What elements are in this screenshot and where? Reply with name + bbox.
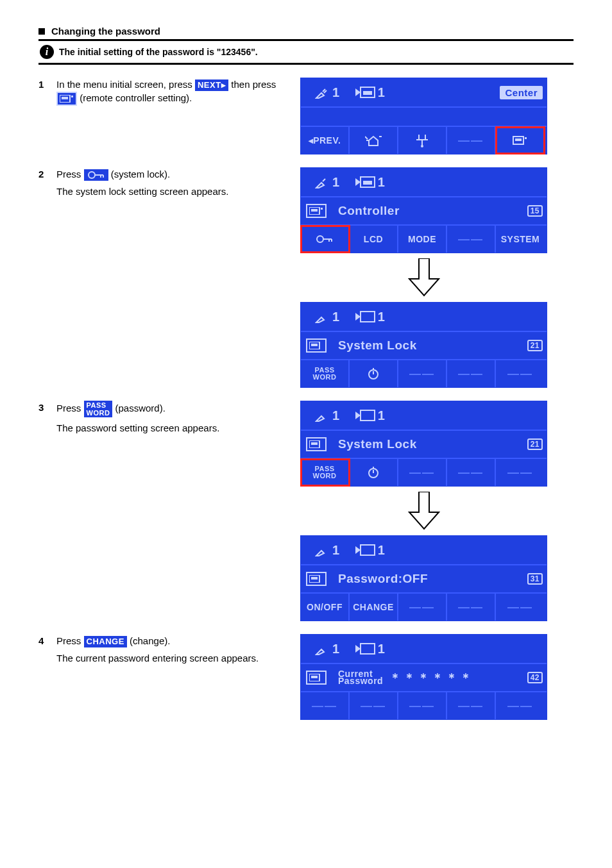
softkey-blank: —— [447,360,496,387]
svg-rect-2 [71,96,73,97]
softkey-onoff[interactable]: ON/OFF [301,594,350,621]
password-button-label[interactable]: PASSWORD [84,401,113,417]
softkey-password[interactable]: PASSWORD [301,459,350,486]
softkey-blank: —— [398,459,447,486]
camera-icon: 1 [355,408,386,423]
step-2: 2 Press (system lock). The system lock s… [38,167,574,388]
softkey-blank: —— [496,360,545,387]
next-button-label[interactable]: NEXT▸ [195,79,228,91]
label: 1 [332,85,340,100]
softkey-blank: —— [398,360,447,387]
text: (system lock). [111,169,171,179]
softkey-blank: —— [398,594,447,621]
screen-number: 21 [527,340,543,351]
softkey-system[interactable]: SYSTEM [496,226,545,253]
svg-rect-7 [515,138,522,141]
step-body: In the menu initial screen, press NEXT▸ … [56,78,294,106]
step-number: 2 [38,167,56,179]
softkey-blank: —— [398,692,447,719]
lcd-screen-password: 1 1 Password:OFF 31 ON/OFF CHANGE —— —— … [300,535,547,621]
svg-point-9 [89,172,95,178]
svg-rect-13 [311,209,318,212]
step-number: 3 [38,401,56,413]
section-heading: Changing the password [38,26,574,37]
svg-rect-18 [311,344,318,346]
step-body: Press (system lock). The system lock set… [56,167,294,198]
step-body: Press PASSWORD (password). The password … [56,401,294,435]
change-button-label[interactable]: CHANGE [84,636,127,647]
center-button[interactable]: Center [500,86,543,99]
satellite-icon: 1 [315,642,340,656]
softkey-key-icon[interactable] [301,226,350,253]
screen-title: Password:OFF [338,572,428,586]
svg-rect-4 [363,91,372,95]
satellite-icon: 1 [315,543,340,558]
svg-rect-8 [525,137,527,139]
svg-rect-27 [361,644,375,654]
camera-icon: 1 [355,543,386,558]
softkey-prev[interactable]: ◂PREV. [301,127,350,154]
screen-number: 31 [527,573,543,585]
divider-thick [38,63,574,65]
softkey-blank: —— [447,226,496,253]
satellite-icon: 1 [315,310,340,324]
screen-number: 21 [527,438,543,450]
softkey-clock-icon[interactable] [350,459,398,486]
svg-rect-24 [361,545,375,555]
lcd-screen-center: 1 1 Center ◂PREV. [300,78,547,154]
screen-title: System Lock [338,437,417,451]
softkey-blank: —— [301,692,350,719]
svg-rect-1 [62,97,68,99]
softkey-clock-icon[interactable] [350,360,398,387]
softkey-tool-icon[interactable] [398,127,447,154]
satellite-icon: 1 [315,408,340,423]
text: Press [56,403,84,413]
bullet-square-icon [38,28,45,35]
text: In the menu initial screen, press [56,79,195,90]
svg-point-15 [317,236,323,242]
softkey-mode[interactable]: MODE [398,226,447,253]
text: (remote controller setting). [80,92,192,103]
satellite-icon: 1 [315,175,340,190]
key-icon[interactable] [84,169,108,181]
softkey-blank: —— [350,692,398,719]
text: then press [231,79,276,90]
svg-rect-16 [361,312,375,322]
lcd-screen-current-password: 1 1 CurrentPassword ＊＊＊＊＊＊ 42 —— —— —— —… [300,634,547,720]
softkey-blank: —— [496,594,545,621]
step-desc: The current password entering screen app… [56,651,294,665]
step-desc: The system lock setting screen appears. [56,185,294,198]
softkey-blank: —— [496,459,545,486]
controller-icon [306,338,327,353]
controller-icon [306,437,327,451]
controller-icon[interactable] [56,92,77,106]
softkey-lcd[interactable]: LCD [350,226,398,253]
screen-title: CurrentPassword [338,671,383,685]
softkey-blank: —— [496,692,545,719]
text: (change). [130,635,170,646]
softkey-password[interactable]: PASSWORD [301,360,350,387]
softkey-home-icon[interactable] [350,127,398,154]
divider-thick [38,39,574,41]
svg-point-5 [421,145,423,147]
screen-number: 42 [527,672,543,683]
softkey-blank: —— [447,594,496,621]
text: (password). [115,403,166,413]
softkey-blank: —— [447,459,496,486]
svg-rect-20 [361,410,375,421]
arrow-down-icon [300,258,547,297]
lcd-screen-systemlock-hl: 1 1 System Lock 21 PASSWORD —— —— —— [300,401,547,487]
camera-icon: 1 [355,310,386,324]
controller-icon [306,671,327,685]
softkey-controller-icon[interactable] [496,127,545,154]
password-mask: ＊＊＊＊＊＊ [389,670,474,685]
screen-title: System Lock [338,338,417,353]
screen-title: Controller [338,204,400,218]
note-row: i The initial setting of the password is… [40,45,574,59]
softkey-change[interactable]: CHANGE [350,594,398,621]
step-body: Press CHANGE (change). The current passw… [56,634,294,665]
step-number: 4 [38,634,56,646]
controller-icon [306,204,327,218]
label: 1 [378,85,386,100]
softkey-blank: —— [447,127,496,154]
